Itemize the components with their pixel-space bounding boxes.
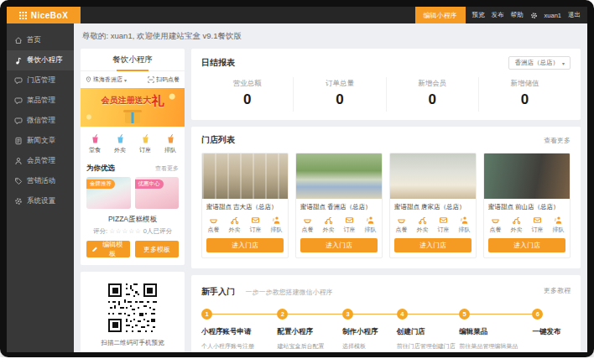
stat-new-deposits: 新增储值 0 [479, 77, 571, 112]
feature-order: 点餐 [297, 216, 318, 234]
scan-order-button[interactable]: 扫码点餐 [148, 75, 180, 84]
drink-cup-icon [140, 133, 151, 144]
gear-icon[interactable] [530, 12, 538, 19]
step-number: 5 [459, 309, 470, 320]
phone-nav-label: 外卖 [107, 146, 133, 154]
phone-nav-dinein[interactable]: 堂食 [82, 133, 107, 154]
step-number: 2 [277, 309, 288, 320]
feature-order: 点餐 [391, 216, 412, 234]
gear-icon [14, 197, 23, 205]
logo: NiceBoX [7, 7, 81, 23]
more-tutorials-link[interactable]: 更多教程 [544, 286, 571, 295]
sidebar-item-marketing[interactable]: 营销活动 [7, 171, 74, 191]
feature-label: 订座 [433, 226, 454, 234]
step-title: 一键发布 [532, 327, 567, 337]
store-selector[interactable]: 珠海香洲店 ▾ [86, 75, 127, 84]
feature-delivery: 外卖 [506, 216, 527, 234]
template-name: PIZZA蛋糕模板 [81, 215, 185, 225]
help-link[interactable]: 帮助 [511, 11, 524, 19]
store-list-card: 门店列表 查看更多 蜜语甜点 吉大店（总店） 点餐 外卖 订座 排队 [191, 127, 581, 268]
daily-report-card: 日结报表 香洲店（总店） ▾ 营业总额 0 订单总量 0 [191, 49, 581, 120]
stat-label: 新增会员 [387, 79, 478, 89]
phone-nav-takeout[interactable]: 外卖 [107, 133, 133, 154]
sidebar-item-news-articles[interactable]: 新闻文章 [7, 131, 74, 151]
logout-link[interactable]: 退出 [568, 11, 581, 19]
product-card[interactable]: 金牌推荐 [86, 177, 131, 209]
feature-label: 排队 [548, 226, 569, 234]
stores-more-link[interactable]: 查看更多 [544, 136, 571, 145]
feature-queue: 排队 [266, 216, 287, 234]
phone-preview-column: 餐饮小程序 珠海香洲店 ▾ 扫码点餐 会员注册送大礼 [81, 49, 185, 352]
more-templates-button[interactable]: 更多模板 [135, 241, 179, 257]
stores-title: 门店列表 [201, 134, 235, 146]
sidebar-item-label: 门店管理 [27, 75, 55, 86]
stat-label: 营业总额 [201, 79, 293, 89]
queue-person-icon [272, 216, 281, 225]
feature-reserve: 订座 [433, 216, 454, 234]
scooter-icon [418, 216, 427, 225]
sidebar-item-restaurant-miniprogram[interactable]: 餐饮小程序 [7, 50, 74, 70]
sidebar-item-label: 系统设置 [27, 196, 55, 206]
stat-new-members: 新增会员 0 [387, 77, 479, 112]
rating-label: 评分: [93, 227, 107, 235]
store-filter-value: 香洲店（总店） [514, 59, 559, 67]
feature-delivery: 外卖 [224, 216, 245, 234]
store-filter-dropdown[interactable]: 香洲店（总店） ▾ [508, 56, 571, 70]
feature-label: 订座 [339, 226, 360, 234]
step-title: 制作小程序 [342, 327, 393, 337]
logo-text: NiceBoX [31, 11, 69, 20]
bowl-icon [303, 216, 312, 225]
username[interactable]: xuan1 [544, 12, 561, 19]
tag-icon [14, 177, 23, 185]
feature-label: 排队 [266, 226, 287, 234]
feature-label: 排队 [360, 226, 381, 234]
sidebar: 首页 餐饮小程序 门店管理 菜品管理 微信管理 新闻文章 会员管理 [7, 23, 74, 352]
sidebar-item-home[interactable]: 首页 [7, 30, 74, 50]
sidebar-item-member-management[interactable]: 会员管理 [7, 151, 74, 171]
feature-label: 外卖 [224, 226, 245, 234]
enter-store-button[interactable]: 进入门店 [206, 238, 284, 252]
phone-nav-queue[interactable]: 排队 [158, 133, 183, 154]
promo-banner[interactable]: 会员注册送大礼 [81, 88, 185, 127]
sidebar-item-dish-management[interactable]: 菜品管理 [7, 91, 74, 111]
sidebar-item-wechat-management[interactable]: 微信管理 [7, 111, 74, 131]
onboarding-step-4: 4 创建门店 前往门店管理创建门店 [397, 309, 459, 352]
sidebar-item-system-settings[interactable]: 系统设置 [7, 191, 74, 211]
feature-label: 点餐 [203, 226, 224, 234]
banner-text: 会员注册送大 [102, 96, 152, 105]
enter-store-button[interactable]: 进入门店 [488, 238, 565, 252]
edit-template-button[interactable]: 编辑模板 [86, 241, 130, 257]
product-card[interactable]: 优惠中心 [135, 177, 180, 209]
queue-person-icon [554, 216, 563, 225]
drink-cup-icon [115, 133, 126, 144]
sidebar-item-label: 菜品管理 [27, 96, 55, 106]
enter-store-button[interactable]: 进入门店 [394, 238, 472, 252]
queue-person-icon [366, 216, 375, 225]
picks-more-link[interactable]: 查看更多 [155, 164, 179, 173]
scooter-icon [324, 216, 333, 225]
bowl-icon [397, 216, 406, 225]
store-name: 蜜语甜点 吉大店（总店） [202, 199, 288, 213]
feature-queue: 排队 [548, 216, 569, 234]
onboarding-step-5: 5 编辑菜品 前往菜品管理编辑菜品 [459, 309, 532, 352]
store-card: 蜜语甜点 吉大店（总店） 点餐 外卖 订座 排队 进入门店 [201, 153, 289, 258]
sidebar-item-label: 微信管理 [27, 116, 55, 126]
publish-link[interactable]: 发布 [492, 11, 504, 19]
chat-bubble-icon [14, 76, 23, 85]
banner-big-char: 礼 [152, 93, 164, 107]
enter-store-button[interactable]: 进入门店 [300, 238, 378, 252]
feature-label: 点餐 [297, 226, 318, 234]
preview-link[interactable]: 预览 [472, 11, 485, 19]
sidebar-item-store-management[interactable]: 门店管理 [7, 70, 74, 91]
chat-bubble-icon [14, 117, 23, 125]
scooter-icon [512, 216, 521, 225]
sidebar-item-label: 营销活动 [27, 176, 55, 186]
edit-miniprogram-button[interactable]: 编辑小程序 [415, 7, 466, 23]
stat-value: 0 [294, 91, 385, 108]
store-card: 蜜语甜点 前山店（总店） 点餐 外卖 订座 排队 进入门店 [483, 153, 571, 258]
store-photo [484, 153, 570, 199]
bowl-icon [491, 216, 500, 225]
feature-label: 排队 [454, 226, 475, 234]
phone-nav-reserve[interactable]: 订座 [133, 133, 158, 154]
feature-label: 外卖 [412, 226, 433, 234]
